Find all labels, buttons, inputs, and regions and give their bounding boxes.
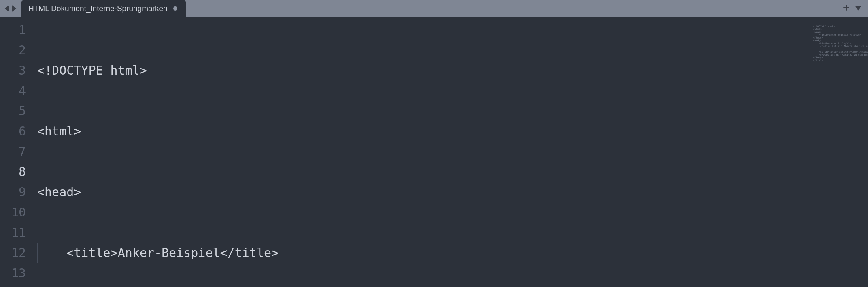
line-number[interactable]: 2	[0, 40, 33, 60]
code-line: <html>	[33, 121, 868, 141]
tab-history-nav	[0, 0, 21, 17]
dirty-indicator-icon	[173, 6, 177, 11]
code-line: <!DOCTYPE html>	[33, 60, 868, 81]
nav-back-icon[interactable]	[4, 5, 10, 12]
tab-title: HTML Dokument_Interne-Sprungmarken	[28, 4, 168, 13]
tab-active[interactable]: HTML Dokument_Interne-Sprungmarken	[21, 0, 186, 17]
line-number[interactable]: 8	[0, 162, 33, 182]
gutter: 1 2 3 4 5 6 7 8 9 10 11 12 13	[0, 17, 33, 287]
nav-forward-icon[interactable]	[11, 5, 17, 12]
line-number[interactable]: 9	[0, 182, 33, 202]
line-number[interactable]: 10	[0, 202, 33, 223]
line-number[interactable]: 13	[0, 263, 33, 283]
tabbar-right-controls	[836, 0, 868, 17]
code-line: <head>	[33, 182, 868, 202]
new-tab-icon[interactable]	[843, 4, 849, 13]
editor: 1 2 3 4 5 6 7 8 9 10 11 12 13 <!DOCTYPE …	[0, 17, 868, 287]
line-number[interactable]: 3	[0, 60, 33, 81]
tab-menu-icon[interactable]	[855, 4, 862, 12]
code-area[interactable]: <!DOCTYPE html> <html> <head> <title>Ank…	[33, 17, 868, 287]
tabbar-spacer	[186, 0, 836, 17]
line-number[interactable]: 1	[0, 20, 33, 40]
line-number[interactable]: 4	[0, 81, 33, 101]
line-number[interactable]: 5	[0, 101, 33, 121]
line-number[interactable]: 7	[0, 141, 33, 162]
line-number[interactable]: 12	[0, 243, 33, 263]
code-line: <title>Anker-Beispiel</title>	[33, 243, 868, 263]
line-number[interactable]: 11	[0, 223, 33, 243]
tab-bar: HTML Dokument_Interne-Sprungmarken	[0, 0, 868, 17]
line-number[interactable]: 6	[0, 121, 33, 141]
